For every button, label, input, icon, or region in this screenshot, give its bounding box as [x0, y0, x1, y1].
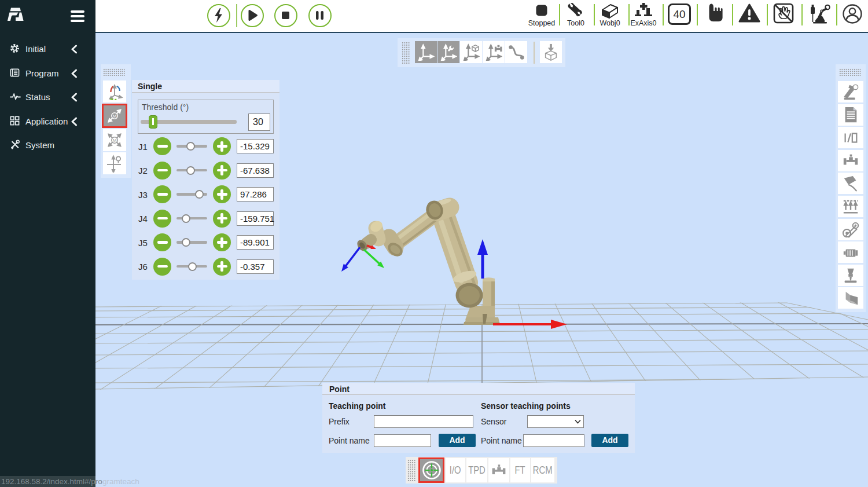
svg-text:M: M [113, 113, 117, 119]
svg-text:M: M [113, 138, 117, 143]
